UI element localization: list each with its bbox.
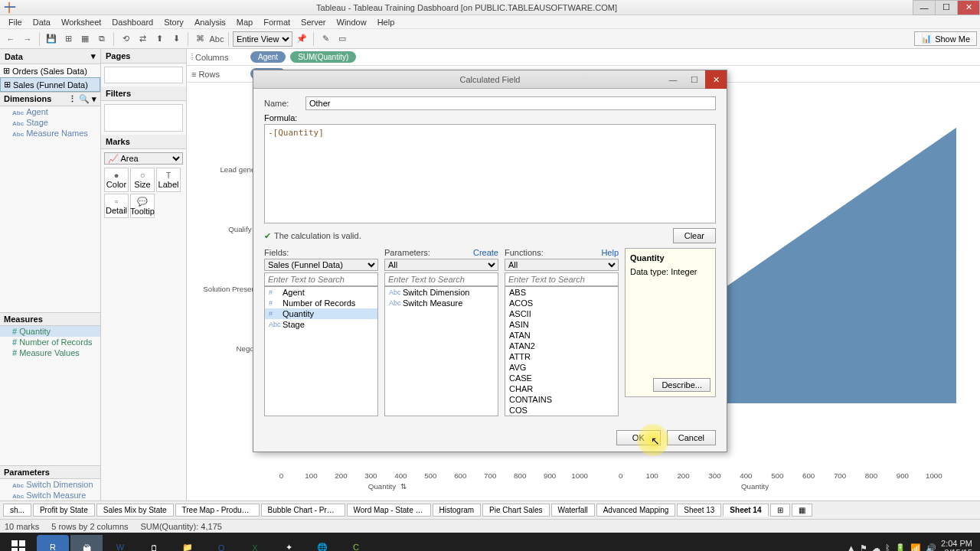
measure-field[interactable]: Number of Records — [0, 337, 100, 347]
taskbar-explorer[interactable]: 📁 — [172, 535, 204, 551]
sheet-tab[interactable]: Profit by State — [33, 504, 95, 517]
menu-format[interactable]: Format — [258, 18, 296, 27]
sheet-tab[interactable]: Tree Map - Product Sub ... — [175, 504, 260, 517]
dialog-close-button[interactable]: ✕ — [705, 70, 727, 89]
taskbar-camtasia[interactable]: C — [340, 535, 372, 551]
taskbar-tableau[interactable]: ✦ — [273, 535, 305, 551]
menu-story[interactable]: Story — [158, 18, 189, 27]
menu-file[interactable]: File — [3, 18, 28, 27]
pill-sum-quantity[interactable]: SUM(Quantity) — [290, 51, 356, 63]
function-list-item[interactable]: ACOS — [505, 298, 618, 308]
sheet-tab[interactable]: Sales Mix by State — [96, 504, 174, 517]
marks-label-button[interactable]: TLabel — [156, 168, 181, 192]
field-list-item[interactable]: #Number of Records — [265, 298, 377, 308]
sheet-tab[interactable]: Bubble Chart - Product ... — [261, 504, 345, 517]
tray-sound-icon[interactable]: 🔊 — [926, 543, 936, 552]
label-button[interactable]: Abc — [209, 31, 224, 47]
function-list-item[interactable]: ASCII — [505, 308, 618, 319]
swap-button[interactable]: ⇄ — [135, 31, 150, 47]
menu-help[interactable]: Help — [372, 18, 400, 27]
dialog-minimize-button[interactable]: — — [662, 70, 684, 89]
function-list-item[interactable]: CHAR — [505, 383, 618, 394]
function-list-item[interactable]: ATAN — [505, 330, 618, 341]
menu-dashboard[interactable]: Dashboard — [106, 18, 158, 27]
duplicate-button[interactable]: ⧉ — [94, 31, 109, 47]
field-list-item[interactable]: #Quantity — [265, 308, 377, 319]
function-list-item[interactable]: CONTAINS — [505, 394, 618, 405]
sheet-tab[interactable]: sh... — [3, 504, 31, 517]
taskbar-excel[interactable]: X — [239, 535, 271, 551]
function-list-item[interactable]: ATAN2 — [505, 341, 618, 351]
describe-button[interactable]: Describe... — [653, 378, 710, 392]
tray-up-icon[interactable]: ▲ — [847, 543, 855, 551]
fields-list[interactable]: #Agent#Number of Records#QuantityAbcStag… — [264, 286, 378, 416]
new-sheet-button[interactable]: ⊞ — [770, 504, 790, 517]
function-list-item[interactable]: ATTR — [505, 351, 618, 362]
formula-textarea[interactable]: -[Quantity] — [264, 124, 716, 223]
new-data-button[interactable]: ⊞ — [60, 31, 76, 47]
fields-source-select[interactable]: Sales (Funnel Data) — [264, 259, 378, 271]
forward-button[interactable]: → — [20, 31, 35, 47]
maximize-button[interactable]: ☐ — [935, 0, 958, 15]
marks-tooltip-button[interactable]: 💬Tooltip — [130, 194, 155, 218]
sheet-tab[interactable]: Word Map - State Sales — [347, 504, 431, 517]
taskbar-clock[interactable]: 2:04 PM3/15/15 — [941, 539, 972, 551]
new-sheet-button[interactable]: ▦ — [77, 31, 93, 47]
functions-help-link[interactable]: Help — [601, 248, 619, 257]
tray-flag-icon[interactable]: ⚑ — [860, 543, 867, 552]
create-parameter-link[interactable]: Create — [473, 248, 498, 257]
start-button[interactable] — [3, 535, 35, 551]
sheet-tab[interactable]: Advanced Mapping — [596, 504, 676, 517]
function-list-item[interactable]: ABS — [505, 287, 618, 298]
params-source-select[interactable]: All — [384, 259, 498, 271]
data-source-item[interactable]: ⊞Orders (Sales Data) — [0, 64, 100, 77]
marks-type-select[interactable]: 📈 Area — [104, 152, 183, 165]
taskbar-outlook[interactable]: O — [205, 535, 237, 551]
dimension-field[interactable]: Measure Names — [0, 128, 100, 139]
group-button[interactable]: ⌘ — [192, 31, 207, 47]
sort-desc-button[interactable]: ⬇ — [168, 31, 184, 47]
sheet-tab[interactable]: Sheet 14 — [723, 504, 768, 517]
taskbar-notes[interactable]: 🗒 — [138, 535, 170, 551]
parameter-field[interactable]: Switch Measure — [0, 490, 100, 500]
dimension-field[interactable]: Agent — [0, 106, 100, 117]
dialog-maximize-button[interactable]: ☐ — [684, 70, 705, 89]
params-list[interactable]: AbcSwitch DimensionAbcSwitch Measure — [384, 286, 498, 416]
field-list-item[interactable]: AbcStage — [265, 319, 377, 330]
sort-asc-button[interactable]: ⬆ — [152, 31, 167, 47]
taskbar-app-r[interactable]: R — [37, 535, 69, 551]
function-list-item[interactable]: AVG — [505, 362, 618, 373]
funcs-search-input[interactable] — [505, 272, 619, 286]
sheet-tab[interactable]: Histogram — [433, 504, 482, 517]
tray-wifi-icon[interactable]: 📶 — [910, 543, 921, 552]
menu-map[interactable]: Map — [231, 18, 258, 27]
sheet-tab[interactable]: Sheet 13 — [677, 504, 721, 517]
highlight-button[interactable]: ✎ — [318, 31, 333, 47]
sheet-tab[interactable]: Pie Chart Sales — [482, 504, 549, 517]
tray-sync-icon[interactable]: ☁ — [872, 543, 880, 552]
ok-button[interactable]: OK — [616, 430, 661, 445]
name-input[interactable] — [305, 96, 716, 110]
pin-button[interactable]: 📌 — [294, 31, 309, 47]
data-source-item[interactable]: ⊞Sales (Funnel Data) — [0, 77, 100, 92]
params-search-input[interactable] — [384, 272, 498, 286]
menu-worksheet[interactable]: Worksheet — [56, 18, 106, 27]
taskbar-photos[interactable]: 🏔 — [70, 535, 103, 551]
taskbar-chrome[interactable]: 🌐 — [306, 535, 338, 551]
back-button[interactable]: ← — [3, 31, 18, 47]
cancel-button[interactable]: Cancel — [667, 430, 716, 445]
sheet-tab[interactable]: Waterfall — [551, 504, 595, 517]
clear-button[interactable]: Clear — [673, 228, 716, 243]
field-list-item[interactable]: #Agent — [265, 287, 377, 298]
function-list-item[interactable]: COS — [505, 405, 618, 416]
menu-server[interactable]: Server — [296, 18, 331, 27]
show-me-button[interactable]: 📊Show Me — [914, 31, 977, 46]
presentation-button[interactable]: ▭ — [335, 31, 350, 47]
menu-data[interactable]: Data — [28, 18, 56, 27]
close-button[interactable]: ✕ — [957, 0, 980, 15]
marks-size-button[interactable]: ○Size — [130, 168, 155, 192]
measure-field[interactable]: Quantity — [0, 326, 100, 337]
measure-field[interactable]: Measure Values — [0, 347, 100, 358]
marks-detail-button[interactable]: ▫Detail — [104, 194, 129, 218]
functions-list[interactable]: ABSACOSASCIIASINATANATAN2ATTRAVGCASECHAR… — [505, 286, 619, 416]
